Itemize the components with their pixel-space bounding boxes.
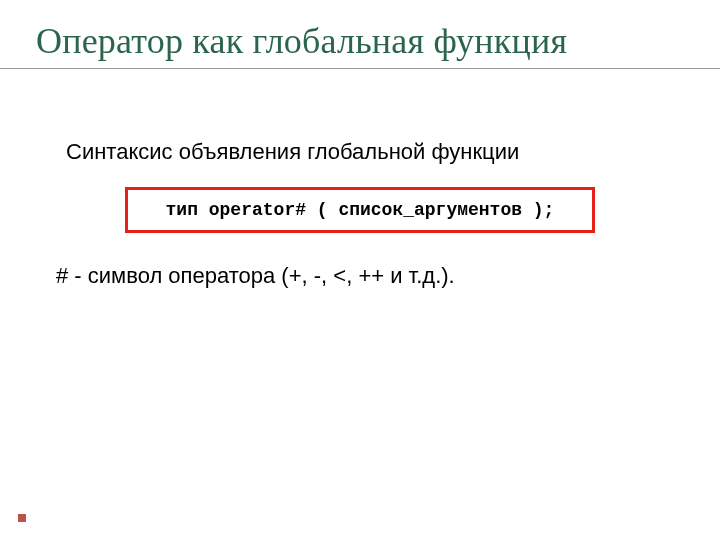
title-underline: [0, 68, 720, 69]
slide: Оператор как глобальная функция Синтакси…: [0, 0, 720, 289]
page-title: Оператор как глобальная функция: [36, 20, 684, 62]
syntax-subhead: Синтаксис объявления глобальной функции: [66, 139, 684, 165]
accent-square-icon: [18, 514, 26, 522]
operator-note: # - символ оператора (+, -, <, ++ и т.д.…: [56, 263, 684, 289]
syntax-box: тип operator# ( список_аргументов );: [125, 187, 595, 233]
syntax-code: тип operator# ( список_аргументов );: [166, 200, 555, 220]
